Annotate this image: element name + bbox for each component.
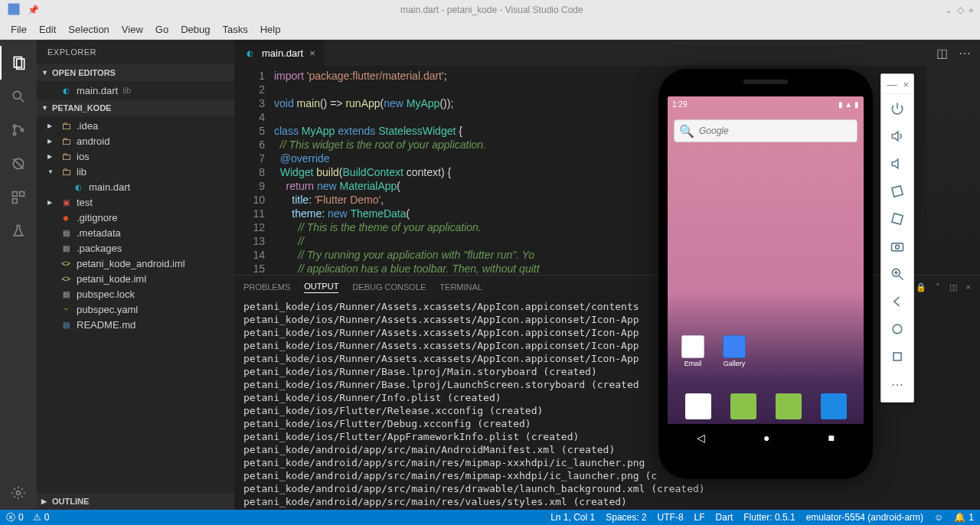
emulator-volume-down-icon[interactable] <box>884 151 910 177</box>
tab-bar: ◐ main.dart × ◫ ⋯ <box>234 40 980 66</box>
menu-file[interactable]: File <box>5 22 33 37</box>
svg-rect-14 <box>892 214 903 224</box>
txt-icon: ▤ <box>60 242 72 254</box>
panel-lock-icon[interactable]: 🔒 <box>916 282 926 292</box>
extensions-icon[interactable] <box>0 181 37 214</box>
debug-icon[interactable] <box>0 147 37 181</box>
tree-item-android[interactable]: ▶🗀android <box>37 133 234 148</box>
tree-item-README-md[interactable]: ▤README.md <box>37 317 234 332</box>
emulator-home-icon[interactable] <box>884 316 910 342</box>
split-editor-icon[interactable]: ◫ <box>936 46 948 60</box>
menu-selection[interactable]: Selection <box>62 22 115 37</box>
flask-icon[interactable] <box>0 214 37 248</box>
tree-item-petani_kode-iml[interactable]: <>petani_kode.iml <box>37 271 234 286</box>
emulator-minimize-icon[interactable]: — <box>887 79 897 90</box>
emulator-screenshot-icon[interactable] <box>884 233 910 259</box>
status-cursor[interactable]: Ln 1, Col 1 <box>550 512 595 523</box>
svg-rect-11 <box>13 199 18 204</box>
sidebar: EXPLORER ▼OPEN EDITORS ◐ main.dart lib ▼… <box>37 40 234 510</box>
emulator-power-icon[interactable] <box>884 96 910 122</box>
output-body[interactable]: petani_kode/ios/Runner/Assets.xcassets/A… <box>234 298 980 510</box>
emulator-more-icon[interactable]: ⋯ <box>884 371 910 397</box>
settings-gear-icon[interactable] <box>0 476 37 510</box>
status-lang[interactable]: Dart <box>716 512 733 523</box>
project-header[interactable]: ▼PETANI_KODE <box>37 99 234 116</box>
tree-item-lib[interactable]: ▼🗀lib <box>37 164 234 179</box>
panel-maximize-icon[interactable]: ◫ <box>949 282 957 292</box>
line-gutter: 123456789101112131415 <box>234 66 274 275</box>
dart-file-icon: ◐ <box>243 47 256 59</box>
panel-tab-terminal[interactable]: TERMINAL <box>439 282 482 292</box>
folder-icon: 🗀 <box>60 119 72 132</box>
svg-rect-15 <box>892 243 903 251</box>
git-icon[interactable] <box>0 113 37 147</box>
emulator-rotate-left-icon[interactable] <box>884 178 910 204</box>
status-eol[interactable]: LF <box>694 512 705 523</box>
svg-point-2 <box>13 91 21 99</box>
iml-icon: <> <box>60 272 72 285</box>
code-editor[interactable]: 123456789101112131415 import 'package:fl… <box>234 66 980 275</box>
tree-item--packages[interactable]: ▤.packages <box>37 240 234 256</box>
menu-help[interactable]: Help <box>254 22 287 37</box>
svg-point-12 <box>17 491 21 495</box>
tree-item-main-dart[interactable]: ◐main.dart <box>37 179 234 194</box>
status-device[interactable]: emulator-5554 (android-arm) <box>806 512 923 523</box>
tree-item-test[interactable]: ▶▣test <box>37 194 234 210</box>
pin-icon[interactable]: 📌 <box>28 5 39 15</box>
menu-edit[interactable]: Edit <box>33 22 62 37</box>
panel-tab-output[interactable]: OUTPUT <box>304 282 338 293</box>
lock-icon: ▤ <box>60 288 72 300</box>
status-feedback-icon[interactable]: ☺ <box>934 512 943 523</box>
svg-point-16 <box>896 245 900 249</box>
more-icon[interactable]: ⋯ <box>959 46 971 60</box>
emulator-volume-up-icon[interactable] <box>884 123 910 149</box>
menu-view[interactable]: View <box>116 22 149 37</box>
open-editor-item[interactable]: ◐ main.dart lib <box>37 83 234 98</box>
txt-icon: ▤ <box>60 227 72 239</box>
status-flutter[interactable]: Flutter: 0.5.1 <box>743 512 795 523</box>
editor-area: ◐ main.dart × ◫ ⋯ 123456789101112131415 … <box>234 40 980 510</box>
sidebar-header: EXPLORER <box>37 40 234 64</box>
window-maximize-icon[interactable]: ◇ <box>957 5 964 15</box>
tree-item--idea[interactable]: ▶🗀.idea <box>37 118 234 133</box>
md-icon: ▤ <box>60 318 72 331</box>
status-errors[interactable]: ⓧ 0 <box>6 511 24 524</box>
code-content[interactable]: import 'package:flutter/material.dart'; … <box>274 66 980 275</box>
tree-item--metadata[interactable]: ▤.metadata <box>37 225 234 240</box>
dart-icon: ◐ <box>72 181 84 193</box>
panel-close-icon[interactable]: × <box>966 282 971 292</box>
tree-item--gitignore[interactable]: ◆.gitignore <box>37 210 234 225</box>
open-editors-header[interactable]: ▼OPEN EDITORS <box>37 64 234 81</box>
window-menu-icon[interactable]: ⌄ <box>945 5 952 15</box>
explorer-icon[interactable] <box>0 46 37 80</box>
menubar: FileEditSelectionViewGoDebugTasksHelp <box>0 20 980 40</box>
menu-debug[interactable]: Debug <box>175 22 216 37</box>
status-bell-icon[interactable]: 🔔 1 <box>954 512 974 523</box>
panel-up-icon[interactable]: ˄ <box>936 282 940 292</box>
bottom-panel: PROBLEMSOUTPUTDEBUG CONSOLETERMINAL ⊘ 🔒 … <box>234 275 980 510</box>
status-encoding[interactable]: UTF-8 <box>658 512 684 523</box>
outline-header[interactable]: ▶OUTLINE <box>37 493 234 510</box>
status-warnings[interactable]: ⚠ 0 <box>33 512 50 523</box>
emulator-close-icon[interactable]: × <box>903 79 909 90</box>
window-close-icon[interactable]: ● <box>969 5 974 15</box>
tree-item-pubspec-lock[interactable]: ▤pubspec.lock <box>37 286 234 302</box>
tab-close-icon[interactable]: × <box>309 47 315 59</box>
folder-icon: 🗀 <box>60 135 72 147</box>
svg-point-4 <box>13 125 15 127</box>
emulator-overview-icon[interactable] <box>884 344 910 370</box>
emulator-rotate-right-icon[interactable] <box>884 206 910 232</box>
panel-tab-problems[interactable]: PROBLEMS <box>243 282 290 292</box>
emulator-zoom-icon[interactable] <box>884 261 910 287</box>
menu-tasks[interactable]: Tasks <box>216 22 253 37</box>
status-spaces[interactable]: Spaces: 2 <box>606 512 646 523</box>
panel-tab-debug-console[interactable]: DEBUG CONSOLE <box>352 282 426 292</box>
search-icon[interactable] <box>0 80 37 113</box>
tree-item-petani_kode_android-iml[interactable]: <>petani_kode_android.iml <box>37 256 234 271</box>
tree-item-pubspec-yaml[interactable]: ~pubspec.yaml <box>37 302 234 317</box>
emulator-back-icon[interactable] <box>884 289 910 315</box>
tab-main-dart[interactable]: ◐ main.dart × <box>234 40 325 66</box>
menu-go[interactable]: Go <box>149 22 175 37</box>
emulator-toolbar: — × ⋯ <box>880 73 914 403</box>
tree-item-ios[interactable]: ▶🗀ios <box>37 148 234 164</box>
